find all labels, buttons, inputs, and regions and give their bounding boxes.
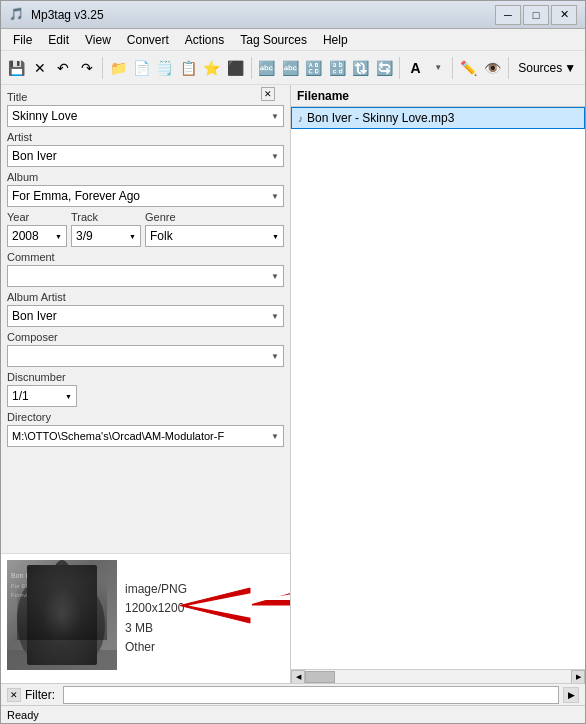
svg-point-3 [47, 560, 77, 660]
directory-input[interactable] [12, 430, 265, 442]
file-icon: ♪ [298, 113, 303, 124]
comment-field-group: Comment ▼ [7, 251, 284, 287]
sources-button[interactable]: Sources ▼ [513, 56, 581, 80]
year-dropdown-icon[interactable]: ▼ [55, 233, 62, 240]
genre-input-wrapper[interactable]: Folk ▼ [145, 225, 284, 247]
composer-label: Composer [7, 331, 284, 343]
maximize-button[interactable]: □ [523, 5, 549, 25]
toolbar: 💾 ✕ ↶ ↷ 📁 📄 🗒️ 📋 ⭐ ⬛ 🔤 🔤 🔠 🔡 🔃 🔄 A ▼ ✏️ … [1, 51, 585, 85]
album-field-group: Album ▼ [7, 171, 284, 207]
directory-dropdown-icon[interactable]: ▼ [271, 432, 279, 441]
right-btn3[interactable]: 🔠 [303, 56, 325, 80]
album-label: Album [7, 171, 284, 183]
right-btn6[interactable]: 🔄 [373, 56, 395, 80]
composer-dropdown-icon[interactable]: ▼ [271, 352, 279, 361]
fields-panel: Title ▼ Artist ▼ Album [1, 85, 290, 553]
filter-clear-button[interactable]: ✕ [7, 688, 21, 702]
comment-dropdown-icon[interactable]: ▼ [271, 272, 279, 281]
left-panel: ✕ Title ▼ Artist ▼ [1, 85, 291, 683]
panel-close-button[interactable]: ✕ [261, 87, 275, 101]
album-dropdown-icon[interactable]: ▼ [271, 192, 279, 201]
minimize-button[interactable]: ─ [495, 5, 521, 25]
track-input-wrapper[interactable]: 3/9 ▼ [71, 225, 141, 247]
filter-bar: ✕ Filter: ▶ [1, 683, 585, 705]
year-input-wrapper[interactable]: 2008 ▼ [7, 225, 67, 247]
album-input[interactable] [12, 189, 265, 203]
album-input-wrapper[interactable]: ▼ [7, 185, 284, 207]
right-btn4[interactable]: 🔡 [326, 56, 348, 80]
redo-button[interactable]: ↷ [75, 56, 97, 80]
artist-input-wrapper[interactable]: ▼ [7, 145, 284, 167]
add-files-button[interactable]: 📋 [177, 56, 199, 80]
ready-text: Ready [7, 709, 39, 721]
year-label: Year [7, 211, 67, 223]
genre-field-group: Genre Folk ▼ [145, 211, 284, 247]
right-btn5[interactable]: 🔃 [349, 56, 371, 80]
file-list[interactable]: ♪ Bon Iver - Skinny Love.mp3 [291, 107, 585, 669]
font-dropdown[interactable]: ▼ [428, 56, 449, 80]
scroll-right-button[interactable]: ▶ [571, 670, 585, 684]
star-button[interactable]: ⭐ [201, 56, 223, 80]
discnumber-value: 1/1 [12, 389, 29, 403]
comment-input[interactable] [12, 269, 265, 283]
artist-label: Artist [7, 131, 284, 143]
main-content: ✕ Title ▼ Artist ▼ [1, 85, 585, 683]
menu-convert[interactable]: Convert [119, 29, 177, 51]
directory-label: Directory [7, 411, 284, 423]
menu-view[interactable]: View [77, 29, 119, 51]
right-btn2[interactable]: 🔤 [279, 56, 301, 80]
track-label: Track [71, 211, 141, 223]
file-item[interactable]: ♪ Bon Iver - Skinny Love.mp3 [291, 107, 585, 129]
filter-label: Filter: [25, 688, 55, 702]
file-item-name: Bon Iver - Skinny Love.mp3 [307, 111, 454, 125]
menu-help[interactable]: Help [315, 29, 356, 51]
title-dropdown-icon[interactable]: ▼ [271, 112, 279, 121]
menu-tag-sources[interactable]: Tag Sources [232, 29, 315, 51]
discnumber-dropdown-icon[interactable]: ▼ [65, 393, 72, 400]
open-playlist-button[interactable]: 🗒️ [154, 56, 176, 80]
year-track-genre-row: Year 2008 ▼ Track 3/9 ▼ [7, 211, 284, 247]
undo-button[interactable]: ↶ [52, 56, 74, 80]
album-artist-input[interactable] [12, 309, 265, 323]
menu-edit[interactable]: Edit [40, 29, 77, 51]
view-button[interactable]: 👁️ [481, 56, 503, 80]
save-button[interactable]: 💾 [5, 56, 27, 80]
discnumber-input-wrapper[interactable]: 1/1 ▼ [7, 385, 77, 407]
toolbar-separator-3 [399, 57, 400, 79]
right-btn1[interactable]: 🔤 [256, 56, 278, 80]
sources-label: Sources [518, 61, 562, 75]
svg-rect-5 [7, 650, 117, 670]
title-input[interactable] [12, 109, 265, 123]
menu-actions[interactable]: Actions [177, 29, 232, 51]
track-dropdown-icon[interactable]: ▼ [129, 233, 136, 240]
title-input-wrapper[interactable]: ▼ [7, 105, 284, 127]
directory-input-wrapper[interactable]: ▼ [7, 425, 284, 447]
composer-input-wrapper[interactable]: ▼ [7, 345, 284, 367]
h-scroll-thumb[interactable] [305, 671, 335, 683]
album-artist-input-wrapper[interactable]: ▼ [7, 305, 284, 327]
sources-dropdown-icon: ▼ [564, 61, 576, 75]
separator-h-button[interactable]: ⬛ [224, 56, 246, 80]
filter-input[interactable] [63, 686, 559, 704]
edit-button[interactable]: ✏️ [457, 56, 479, 80]
comment-input-wrapper[interactable]: ▼ [7, 265, 284, 287]
open-folder-button[interactable]: 📁 [107, 56, 129, 80]
artist-input[interactable] [12, 149, 265, 163]
open-files-button[interactable]: 📄 [130, 56, 152, 80]
album-artist-dropdown-icon[interactable]: ▼ [271, 312, 279, 321]
remove-button[interactable]: ✕ [28, 56, 50, 80]
composer-field-group: Composer ▼ [7, 331, 284, 367]
menu-file[interactable]: File [5, 29, 40, 51]
font-a-button[interactable]: A [404, 56, 426, 80]
composer-input[interactable] [12, 349, 265, 363]
filter-arrow-button[interactable]: ▶ [563, 687, 579, 703]
genre-dropdown-icon[interactable]: ▼ [272, 233, 279, 240]
window-title: Mp3tag v3.25 [31, 8, 495, 22]
artist-dropdown-icon[interactable]: ▼ [271, 152, 279, 161]
artwork-image: Bon Iver For Emma, Forever Ago [7, 560, 117, 670]
red-arrow-annotation [170, 573, 291, 653]
scroll-left-button[interactable]: ◀ [291, 670, 305, 684]
close-button[interactable]: ✕ [551, 5, 577, 25]
discnumber-label: Discnumber [7, 371, 284, 383]
genre-label: Genre [145, 211, 284, 223]
